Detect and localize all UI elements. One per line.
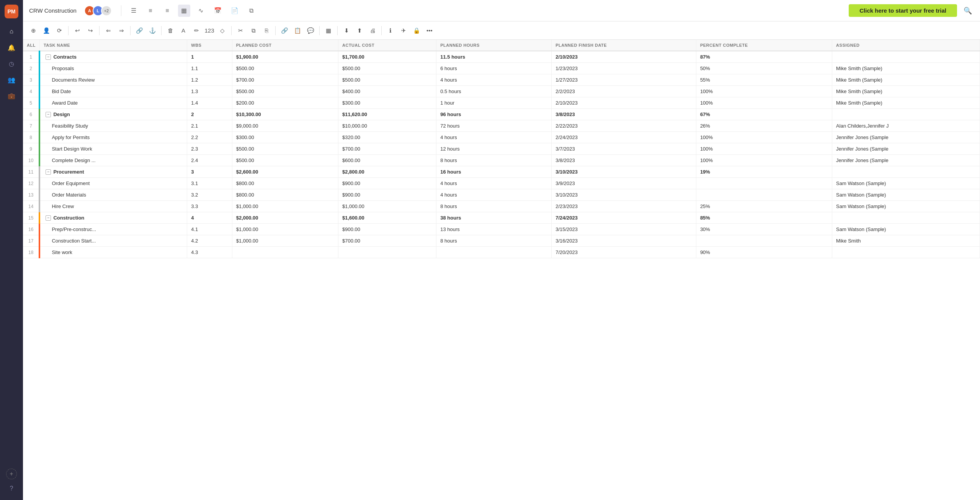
col-wbs[interactable]: WBS	[187, 40, 232, 51]
toolbar: ⊕ 👤 ⟳ ↩ ↪ ⇐ ⇒ 🔗 ⚓ 🗑 A ✏ 123 ◇ ✂ ⧉ ⎘ 🔗 📋 …	[23, 21, 980, 40]
attach-icon[interactable]: 🔗	[279, 25, 290, 36]
table-row[interactable]: 16Prep/Pre-construc...4.1$1,000.00$900.0…	[23, 224, 980, 235]
col-actual-cost[interactable]: ACTUAL COST	[338, 40, 436, 51]
task-name-cell[interactable]: Bid Date	[39, 86, 187, 97]
copy-icon[interactable]: ⧉	[248, 25, 259, 36]
search-button[interactable]: 🔍	[962, 5, 974, 17]
table-row[interactable]: 5Award Date1.4$200.00$300.001 hour2/10/2…	[23, 97, 980, 109]
col-planned-finish[interactable]: PLANNED FINISH DATE	[552, 40, 696, 51]
task-name-cell[interactable]: Proposals	[39, 63, 187, 74]
task-table-wrapper[interactable]: ALL TASK NAME WBS PLANNED COST ACTUAL CO…	[23, 40, 980, 500]
add-user-icon[interactable]: 👤	[41, 25, 52, 36]
collapse-button[interactable]: −	[46, 215, 51, 221]
task-name-cell[interactable]: Start Design Work	[39, 143, 187, 155]
timeline-icon[interactable]: ∿	[195, 5, 207, 17]
task-name-cell[interactable]: Complete Design ...	[39, 155, 187, 166]
highlight-icon[interactable]: ✏	[191, 25, 202, 36]
paste-icon[interactable]: ⎘	[261, 25, 272, 36]
table-row[interactable]: 15−Construction4$2,000.00$1,600.0038 hou…	[23, 212, 980, 224]
sidebar-notifications-icon[interactable]: 🔔	[5, 41, 18, 54]
task-name-cell[interactable]: Documents Review	[39, 74, 187, 86]
unlink-icon[interactable]: ⚓	[147, 25, 158, 36]
col-percent[interactable]: PERCENT COMPLETE	[696, 40, 832, 51]
task-name-cell[interactable]: Hire Crew	[39, 201, 187, 212]
more-icon[interactable]: •••	[424, 25, 435, 36]
table-row[interactable]: 8Apply for Permits2.2$300.00$320.004 hou…	[23, 132, 980, 143]
task-name-cell[interactable]: Feasibility Study	[39, 120, 187, 132]
planned-cost-cell: $500.00	[232, 63, 338, 74]
info-icon[interactable]: ℹ	[385, 25, 396, 36]
sidebar-help-icon[interactable]: ?	[5, 482, 18, 495]
sidebar-team-icon[interactable]: 👥	[5, 73, 18, 87]
print-icon[interactable]: 🖨	[367, 25, 378, 36]
collapse-button[interactable]: −	[46, 54, 51, 60]
link-icon[interactable]: 🔗	[134, 25, 145, 36]
refresh-icon[interactable]: ⟳	[54, 25, 65, 36]
table-row[interactable]: 7Feasibility Study2.1$9,000.00$10,000.00…	[23, 120, 980, 132]
table-row[interactable]: 6−Design2$10,300.00$11,620.0096 hours3/8…	[23, 109, 980, 120]
cut-icon[interactable]: ✂	[235, 25, 246, 36]
task-name-cell[interactable]: Award Date	[39, 97, 187, 109]
redo-icon[interactable]: ↪	[85, 25, 96, 36]
planned-hours-cell: 1 hour	[436, 97, 552, 109]
col-all[interactable]: ALL	[23, 40, 39, 51]
task-name-cell[interactable]: Order Equipment	[39, 178, 187, 189]
task-name-cell[interactable]: −Design	[39, 109, 187, 120]
lock-icon[interactable]: 🔒	[411, 25, 422, 36]
task-name-cell[interactable]: −Contracts	[39, 51, 187, 63]
task-name-cell[interactable]: Apply for Permits	[39, 132, 187, 143]
task-name-cell[interactable]: −Construction	[39, 212, 187, 224]
table-row[interactable]: 1−Contracts1$1,900.00$1,700.0011.5 hours…	[23, 51, 980, 63]
wbs-cell: 3.2	[187, 189, 232, 201]
hamburger-menu-icon[interactable]: ☰	[127, 5, 140, 17]
table-row[interactable]: 17Construction Start...4.2$1,000.00$700.…	[23, 235, 980, 247]
sidebar-add-button[interactable]: +	[6, 469, 17, 479]
trial-button[interactable]: Click here to start your free trial	[849, 4, 957, 17]
actual-cost-cell: $11,620.00	[338, 109, 436, 120]
export-icon[interactable]: ⬆	[354, 25, 365, 36]
bar-chart-icon[interactable]: ≡	[144, 5, 157, 17]
table-row[interactable]: 4Bid Date1.3$500.00$400.000.5 hours2/2/2…	[23, 86, 980, 97]
columns-icon[interactable]: ▦	[323, 25, 334, 36]
task-name-cell[interactable]: Site work	[39, 247, 187, 258]
calendar-icon[interactable]: 📅	[212, 5, 224, 17]
sidebar-history-icon[interactable]: ◷	[5, 57, 18, 70]
task-name-cell[interactable]: Prep/Pre-construc...	[39, 224, 187, 235]
list-icon[interactable]: ≡	[161, 5, 173, 17]
col-task-name[interactable]: TASK NAME	[39, 40, 187, 51]
col-planned-cost[interactable]: PLANNED COST	[232, 40, 338, 51]
comment-icon[interactable]: 💬	[305, 25, 316, 36]
task-name-cell[interactable]: Order Materials	[39, 189, 187, 201]
table-row[interactable]: 3Documents Review1.2$700.00$500.004 hour…	[23, 74, 980, 86]
notes-icon[interactable]: 📋	[292, 25, 303, 36]
table-row[interactable]: 13Order Materials3.2$800.00$900.004 hour…	[23, 189, 980, 201]
split-view-icon[interactable]: ⧉	[245, 5, 258, 17]
grid-view-icon[interactable]: ▦	[178, 5, 190, 17]
collapse-button[interactable]: −	[46, 169, 51, 175]
table-row[interactable]: 18Site work4.37/20/202390%	[23, 247, 980, 258]
col-planned-hours[interactable]: PLANNED HOURS	[436, 40, 552, 51]
table-row[interactable]: 9Start Design Work2.3$500.00$700.0012 ho…	[23, 143, 980, 155]
send-icon[interactable]: ✈	[398, 25, 409, 36]
outdent-icon[interactable]: ⇐	[103, 25, 114, 36]
table-row[interactable]: 14Hire Crew3.3$1,000.00$1,000.008 hours2…	[23, 201, 980, 212]
number-icon[interactable]: 123	[204, 25, 215, 36]
import-icon[interactable]: ⬇	[341, 25, 352, 36]
table-row[interactable]: 10Complete Design ...2.4$500.00$600.008 …	[23, 155, 980, 166]
delete-icon[interactable]: 🗑	[165, 25, 176, 36]
undo-icon[interactable]: ↩	[72, 25, 83, 36]
col-assigned[interactable]: ASSIGNED	[832, 40, 980, 51]
document-icon[interactable]: 📄	[229, 5, 241, 17]
table-row[interactable]: 2Proposals1.1$500.00$500.006 hours1/23/2…	[23, 63, 980, 74]
task-name-cell[interactable]: −Procurement	[39, 166, 187, 178]
diamond-icon[interactable]: ◇	[217, 25, 228, 36]
collapse-button[interactable]: −	[46, 112, 51, 117]
table-row[interactable]: 11−Procurement3$2,600.00$2,800.0016 hour…	[23, 166, 980, 178]
add-task-icon[interactable]: ⊕	[28, 25, 39, 36]
table-row[interactable]: 12Order Equipment3.1$800.00$900.004 hour…	[23, 178, 980, 189]
text-format-icon[interactable]: A	[178, 25, 189, 36]
task-name-cell[interactable]: Construction Start...	[39, 235, 187, 247]
sidebar-home-icon[interactable]: ⌂	[5, 25, 18, 38]
indent-icon[interactable]: ⇒	[116, 25, 127, 36]
sidebar-portfolio-icon[interactable]: 💼	[5, 89, 18, 103]
